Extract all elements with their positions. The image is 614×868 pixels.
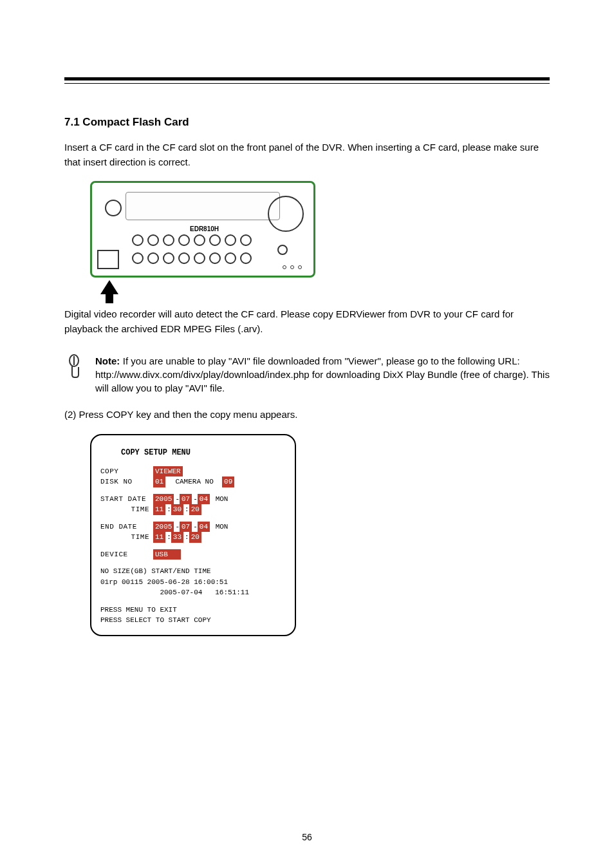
menu-device-value: USB <box>153 549 181 560</box>
cf-card-slot-icon <box>97 250 119 269</box>
menu-footer-2: PRESS SELECT TO START COPY <box>100 615 286 626</box>
menu-table-row: 01rp 00115 2005-06-28 16:00:51 <box>100 577 286 588</box>
led-icon <box>290 265 294 269</box>
round-button-icon <box>147 252 159 264</box>
round-button-icon <box>194 252 205 264</box>
device-front-panel-figure: EDR810H <box>90 181 322 294</box>
shuttle-button-icon <box>277 245 288 255</box>
menu-endtime-h: 11 <box>153 532 165 543</box>
round-button-icon <box>194 234 205 246</box>
menu-enddate-label: END DATE <box>100 522 153 533</box>
page-number: 56 <box>0 832 614 842</box>
round-button-icon <box>209 234 221 246</box>
menu-starttime-m: 30 <box>171 504 183 515</box>
round-button-icon <box>178 252 190 264</box>
pointing-hand-icon <box>64 354 84 380</box>
led-icon <box>283 265 286 269</box>
round-button-icon <box>178 234 190 246</box>
menu-end-dow: MON <box>211 522 228 533</box>
paragraph-2: Digital video recorder will auto detect … <box>64 307 550 336</box>
copy-setup-menu-screenshot: COPY SETUP MENU COPY VIEWER DISK NO 01 C… <box>90 434 296 636</box>
menu-diskno-value: 01 <box>153 476 165 487</box>
menu-table-row: 2005-07-04 16:51:11 <box>100 587 286 598</box>
round-button-icon <box>163 234 174 246</box>
menu-start-dow: MON <box>211 494 228 505</box>
paragraph-1: Insert a CF card in the CF card slot on … <box>64 140 550 169</box>
arrow-up-icon <box>100 280 118 294</box>
round-button-icon <box>240 252 252 264</box>
paragraph-3: (2) Press COPY key and then the copy men… <box>64 408 550 422</box>
menu-endtime-m: 33 <box>171 532 183 543</box>
jog-wheel-icon <box>268 196 304 232</box>
led-indicators <box>283 265 302 269</box>
menu-enddate-month: 07 <box>180 522 192 533</box>
menu-title: COPY SETUP MENU <box>121 447 286 458</box>
menu-device-label: DEVICE <box>100 549 153 560</box>
disc-tray-icon <box>126 192 280 220</box>
menu-startdate-day: 04 <box>198 494 210 505</box>
menu-camerano-value: 09 <box>222 476 234 487</box>
menu-startdate-label: START DATE <box>100 494 153 505</box>
menu-starttime-s: 20 <box>189 504 201 515</box>
menu-camerano-label: CAMERA NO <box>167 476 222 487</box>
model-label: EDR810H <box>190 225 219 232</box>
round-button-icon <box>147 234 159 246</box>
menu-enddate-year: 2005 <box>153 522 174 533</box>
menu-endtime-s: 20 <box>189 532 201 543</box>
menu-copy-label: COPY <box>100 466 153 477</box>
left-dial-icon <box>105 200 122 216</box>
round-button-icon <box>209 252 221 264</box>
round-button-icon <box>225 234 236 246</box>
led-icon <box>298 265 302 269</box>
menu-table-header: NO SIZE(GB) START/END TIME <box>100 566 286 577</box>
round-button-icon <box>240 234 252 246</box>
menu-startdate-year: 2005 <box>153 494 174 505</box>
dvr-device-illustration: EDR810H <box>90 181 315 278</box>
note-block: Note: If you are unable to play "AVI" fi… <box>64 354 550 395</box>
menu-starttime-h: 11 <box>153 504 165 515</box>
section-title: 7.1 Compact Flash Card <box>64 116 550 129</box>
menu-diskno-label: DISK NO <box>100 476 153 487</box>
menu-enddate-day: 04 <box>198 522 210 533</box>
menu-time-label: TIME <box>100 504 153 515</box>
note-title: Note: <box>95 355 120 366</box>
button-row-1 <box>132 234 252 246</box>
menu-time-label-2: TIME <box>100 532 153 543</box>
button-row-2 <box>132 252 252 264</box>
menu-startdate-month: 07 <box>180 494 192 505</box>
horizontal-rule <box>64 77 550 84</box>
note-text: If you are unable to play "AVI" file dow… <box>95 355 550 393</box>
menu-copy-value: VIEWER <box>153 466 183 477</box>
round-button-icon <box>225 252 236 264</box>
round-button-icon <box>132 252 144 264</box>
round-button-icon <box>163 252 174 264</box>
menu-footer-1: PRESS MENU TO EXIT <box>100 605 286 616</box>
round-button-icon <box>132 234 144 246</box>
